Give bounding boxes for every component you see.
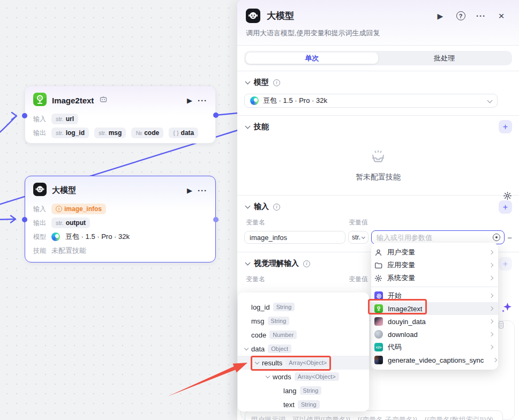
schema-tree-row[interactable]: results Array<Object> [238,356,369,370]
tab-batch[interactable]: 批处理 [378,52,510,64]
plugin-icon [99,95,108,106]
menu-item-label: generate_video_captions_sync [388,356,484,364]
schema-tree-row[interactable]: log_id String [238,300,369,314]
schema-field-name: lang [283,387,297,395]
node-llm[interactable]: 大模型 ▶ ··· 输入 ! image_infos 输出 str.output… [25,176,216,262]
input-warning-badge: ! image_infos [51,204,106,214]
chevron-right-icon [489,276,493,280]
chevron-down-icon[interactable] [245,123,251,129]
llm-node-icon [33,183,47,198]
schema-field-type-badge: Array<Object> [285,358,330,367]
menu-item-folder[interactable]: 应用变量 [371,259,498,272]
add-skill-button[interactable]: + [499,120,512,133]
input-row-label: 输入 [33,205,46,214]
menu-item-code-node[interactable]: </> 代码 [371,341,498,354]
menu-item-captions-node[interactable]: generate_video_captions_sync [371,354,498,366]
schema-field-type-badge: String [298,400,320,409]
schema-field-name: code [251,331,266,339]
schema-field-type-badge: String [273,303,295,311]
remove-input-button[interactable]: − [507,233,512,242]
chevron-down-icon [255,359,259,364]
output-badge-msg: str.msg [94,128,126,138]
chevron-down-icon [362,235,365,238]
add-vision-input-button[interactable]: + [499,257,512,271]
user-prompt-textarea[interactable] [245,410,503,420]
skills-empty-state: 暂未配置技能 [237,138,519,195]
run-button[interactable]: ▶ [433,9,447,23]
menu-item-label: 系统变量 [387,273,415,283]
port-image2text-output[interactable] [213,112,219,118]
menu-item-image2text-node[interactable]: Image2text [371,302,498,315]
empty-tray-icon [370,148,387,167]
node-title: 大模型 [52,185,76,196]
model-section-title: 模型 [254,78,269,87]
variable-name-input[interactable] [244,231,345,244]
output-badge-log-id: str.log_id [51,128,89,138]
node-more-icon[interactable]: ··· [198,186,207,195]
menu-item-label: douyin_data [388,318,426,326]
panel-title: 大模型 [267,10,427,22]
prompt-library-icon[interactable] [499,321,503,328]
col-label-name: 变量名 [246,218,349,227]
schema-field-name: data [251,345,265,353]
schema-tree-row[interactable]: msg String [238,314,369,328]
port-image2text-input[interactable] [22,113,27,118]
schema-tree-row[interactable]: lang String [238,384,369,398]
model-value: 豆包 · 1.5 · Pro · 32k [65,232,130,242]
schema-field-name: log_id [251,303,270,311]
schema-field-name: msg [251,317,265,325]
schema-tree-row[interactable]: data Object [238,342,369,356]
chevron-down-icon [487,98,493,103]
chevron-down-icon[interactable] [245,79,251,84]
chevron-right-icon [489,294,493,298]
schema-field-name: words [273,373,291,381]
menu-item-label: 代码 [388,342,402,352]
variable-type-select[interactable]: str. [348,231,368,244]
menu-item-user[interactable]: 用户变量 [371,246,498,259]
skill-row-label: 技能 [33,246,46,256]
menu-item-label: 开始 [388,291,402,301]
add-input-button[interactable]: + [499,200,512,214]
node-more-icon[interactable]: ··· [198,96,207,105]
chevron-right-icon [489,319,493,324]
tab-single[interactable]: 单次 [246,52,378,64]
menu-item-label: 用户变量 [387,248,415,257]
col-label-value: 变量值 [349,218,368,227]
run-node-icon[interactable]: ▶ [187,186,192,194]
info-icon: i [273,204,280,211]
model-row-label: 模型 [33,232,46,242]
chevron-right-icon [489,332,493,336]
panel-more-icon[interactable]: ··· [474,9,488,23]
menu-item-douyin-avatar[interactable]: douyin_data [371,315,498,328]
output-row-label: 输出 [33,129,46,138]
run-node-icon[interactable]: ▶ [187,96,192,104]
close-icon[interactable]: × [494,9,508,23]
vision-section-title: 视觉理解输入 [254,259,299,268]
menu-item-start-node[interactable]: 开始 [371,289,498,302]
menu-item-label: 应用变量 [387,260,415,270]
schema-tree-row[interactable]: text String [238,398,369,411]
output-badge-data: { }data [169,128,198,138]
info-icon: i [273,79,280,86]
reference-dropdown-menu: 用户变量 应用变量 系统变量 开始 Image2text [371,243,498,370]
schema-tree-row[interactable]: words Array<Object> [238,370,369,384]
chevron-right-icon [489,263,493,267]
skills-empty-text: 暂未配置技能 [237,172,519,182]
schema-tree-row[interactable]: code Number [238,328,369,342]
node-image2text[interactable]: Image2text ▶ ··· 输入 str.url 输出 str.log_i… [25,86,216,144]
menu-item-gear[interactable]: 系统变量 [371,272,498,284]
model-select[interactable]: 豆包 · 1.5 · Pro · 32k [244,94,498,108]
mode-tabs: 单次 批处理 [244,51,512,65]
menu-item-download-avatar[interactable]: download [371,328,498,341]
ai-optimize-icon[interactable] [503,303,512,311]
chevron-down-icon[interactable] [245,203,251,208]
port-llm-output[interactable] [213,217,219,222]
model-select-value: 豆包 · 1.5 · Pro · 32k [263,96,484,106]
chevron-right-icon [489,306,493,311]
schema-field-type-badge: Array<Object> [295,372,339,381]
node-title: Image2text [52,96,94,105]
help-icon[interactable]: ? [454,9,468,23]
chevron-right-icon [489,345,493,349]
port-llm-input[interactable] [22,217,27,222]
chevron-down-icon[interactable] [245,260,251,265]
